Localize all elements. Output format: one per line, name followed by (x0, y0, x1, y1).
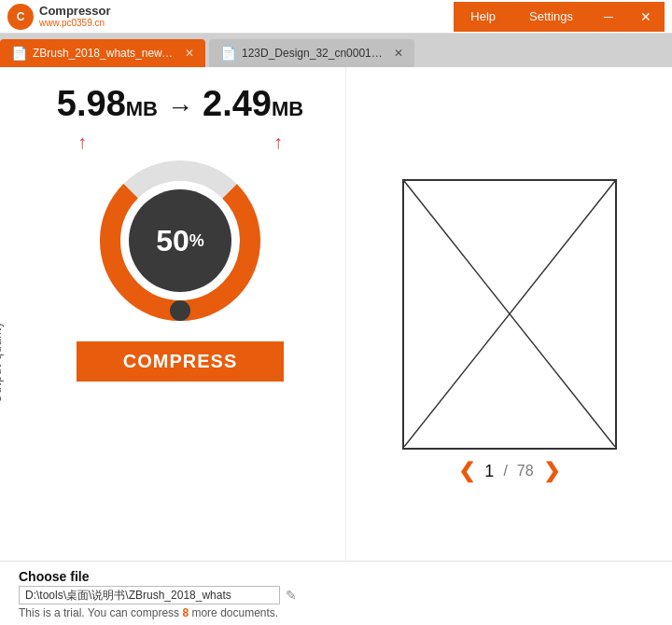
minimize-button[interactable]: ─ (590, 2, 627, 32)
trial-count: 8 (182, 606, 189, 619)
tab-0[interactable]: 📄 ZBrush_2018_whats_new.pdf ✕ (0, 39, 205, 67)
left-red-arrow: ↑ (77, 132, 87, 153)
page-total: 78 (517, 463, 534, 479)
tab-label-0: ZBrush_2018_whats_new.pdf (33, 47, 175, 60)
settings-button[interactable]: Settings (512, 2, 590, 32)
tab-close-0[interactable]: ✕ (185, 47, 194, 60)
page-number: 1 (484, 462, 494, 481)
pdf-icon-1: 📄 (220, 46, 236, 61)
bottom-bar: Choose file ✎ This is a trial. You can c… (0, 561, 672, 625)
next-page-button[interactable]: ❯ (543, 459, 560, 483)
tab-label-1: 123D_Design_32_cn0001.pdf (242, 47, 385, 60)
app-logo: C (7, 4, 34, 30)
window-controls: ─ ✕ (590, 2, 665, 32)
left-panel: Output quality 5.98 MB → 2.49 MB ↑ ↑ (0, 67, 345, 595)
tabs-bar: 📄 ZBrush_2018_whats_new.pdf ✕ 📄 123D_Des… (0, 34, 672, 67)
pdf-icon-0: 📄 (11, 46, 27, 61)
file-path-input[interactable] (19, 586, 280, 604)
right-red-arrow: ↑ (273, 132, 283, 153)
donut-center: 50 % (129, 189, 231, 292)
donut-chart[interactable]: 50 % (96, 157, 264, 325)
right-panel: ❮ 1 / 78 ❯ (345, 67, 672, 595)
title-bar-text: Compressor www.pc0359.cn (39, 5, 111, 28)
app-url: www.pc0359.cn (39, 18, 111, 28)
trial-text: This is a trial. You can compress 8 more… (19, 606, 653, 619)
file-input-row: ✎ (19, 586, 653, 604)
size-from: 5.98 (57, 84, 126, 124)
size-row: 5.98 MB → 2.49 MB (34, 84, 327, 124)
close-button[interactable]: ✕ (627, 2, 665, 32)
size-to: 2.49 (203, 84, 272, 124)
size-to-unit: MB (272, 97, 303, 121)
main-area: Output quality 5.98 MB → 2.49 MB ↑ ↑ (0, 67, 672, 595)
choose-file-label: Choose file (19, 569, 653, 584)
page-slash: / (503, 463, 507, 479)
arrows-row: ↑ ↑ (77, 132, 283, 153)
nav-bar: Help Settings ─ ✕ (454, 2, 665, 32)
title-bar: C Compressor www.pc0359.cn Help Settings… (0, 0, 672, 34)
svg-point-2 (170, 300, 190, 321)
donut-percent-sign: % (189, 231, 204, 251)
pdf-preview (402, 179, 617, 450)
size-arrow: → (167, 92, 193, 122)
tab-1[interactable]: 📄 123D_Design_32_cn0001.pdf ✕ (209, 39, 414, 67)
output-quality-label: Output quality (0, 321, 4, 403)
compress-button[interactable]: COMPRESS (77, 341, 284, 382)
prev-page-button[interactable]: ❮ (458, 459, 475, 483)
tab-close-1[interactable]: ✕ (394, 47, 403, 60)
pdf-preview-svg (404, 181, 615, 447)
donut-percent: 50 (156, 224, 189, 258)
help-button[interactable]: Help (454, 2, 512, 32)
page-nav: ❮ 1 / 78 ❯ (458, 459, 559, 483)
size-from-unit: MB (126, 97, 158, 121)
edit-icon[interactable]: ✎ (286, 588, 297, 603)
app-name: Compressor (39, 5, 111, 18)
